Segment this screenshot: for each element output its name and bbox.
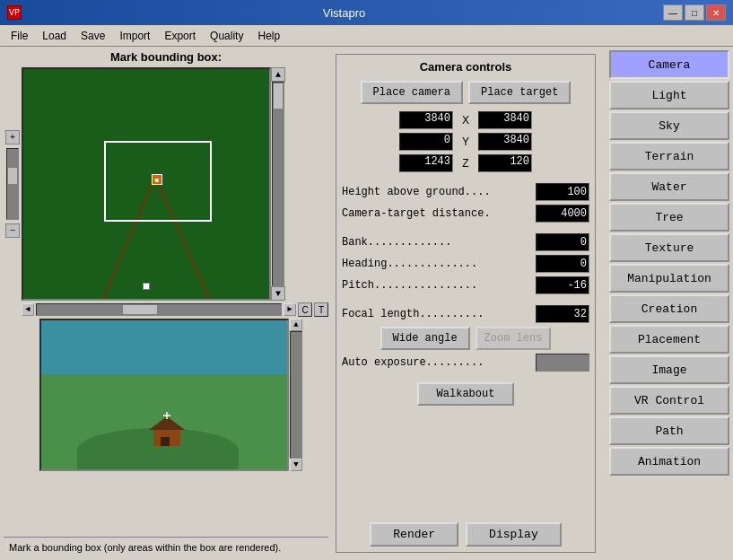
sidebar-item-camera[interactable]: Camera <box>609 50 729 79</box>
minimize-button[interactable]: — <box>663 4 683 21</box>
sidebar-item-placement[interactable]: Placement <box>609 325 729 354</box>
close-button[interactable]: ✕ <box>706 4 726 21</box>
menu-export[interactable]: Export <box>157 28 203 44</box>
menu-save[interactable]: Save <box>74 28 112 44</box>
sidebar-item-light[interactable]: Light <box>609 81 729 109</box>
svg-rect-4 <box>161 437 170 446</box>
sidebar-item-water[interactable]: Water <box>609 172 729 201</box>
z-coord-row: 1243 Z 120 <box>342 154 589 172</box>
target-z-input[interactable]: 120 <box>478 154 532 172</box>
sidebar-item-creation[interactable]: Creation <box>609 294 729 323</box>
bounding-box-label: Mark bounding box: <box>4 50 328 64</box>
render-button[interactable]: Render <box>370 522 458 547</box>
angle-buttons: Wide angle Zoom lens <box>342 327 589 350</box>
place-target-button[interactable]: Place target <box>468 81 571 104</box>
restore-button[interactable]: □ <box>685 4 704 21</box>
camera-controls-panel: Camera controls Place camera Place targe… <box>336 54 596 553</box>
auto-exposure-row: Auto exposure......... <box>342 354 589 372</box>
vertical-scroll-track[interactable] <box>6 148 19 220</box>
camera-x-input[interactable]: 3840 <box>399 111 453 129</box>
separator3 <box>342 298 589 305</box>
top-viewport[interactable]: ■ <box>22 67 271 301</box>
window-controls: — □ ✕ <box>663 4 726 21</box>
sidebar-item-animation[interactable]: Animation <box>609 447 729 476</box>
hscroll-track[interactable] <box>36 303 282 316</box>
place-buttons: Place camera Place target <box>342 81 589 104</box>
walkabout-area: Walkabout <box>342 382 589 406</box>
bank-row: Bank............. 0 <box>342 233 589 251</box>
sidebar-item-terrain[interactable]: Terrain <box>609 142 729 171</box>
scroll-up-button[interactable]: + <box>5 130 20 144</box>
bottom-vscroll-down[interactable]: ▼ <box>290 459 302 471</box>
bottom-viewport[interactable] <box>39 319 289 471</box>
x-label: X <box>458 114 473 127</box>
target-x-input[interactable]: 3840 <box>478 111 532 129</box>
sidebar-item-path[interactable]: Path <box>609 416 729 445</box>
distance-label: Camera-target distance. <box>342 207 536 220</box>
hscroll-right-button[interactable]: ► <box>284 303 296 316</box>
sidebar-item-image[interactable]: Image <box>609 355 729 384</box>
heading-row: Heading.............. 0 <box>342 255 589 273</box>
c-button[interactable]: C <box>298 302 312 317</box>
right-scroll-track[interactable] <box>272 82 284 286</box>
bottom-vscroll-up[interactable]: ▲ <box>290 319 302 331</box>
menu-file[interactable]: File <box>4 28 35 44</box>
bank-value[interactable]: 0 <box>536 233 589 251</box>
place-camera-button[interactable]: Place camera <box>361 81 463 104</box>
title-bar: VP Vistapro — □ ✕ <box>0 0 733 25</box>
bottom-left-spacer <box>4 319 22 471</box>
hscroll-thumb[interactable] <box>122 304 158 315</box>
wide-angle-button[interactable]: Wide angle <box>380 327 470 350</box>
sky-area <box>41 320 287 374</box>
pitch-value[interactable]: -16 <box>536 276 589 294</box>
right-panel: Camera Light Sky Terrain Water Tree Text… <box>607 47 733 560</box>
pitch-row: Pitch................ -16 <box>342 276 589 294</box>
x-coord-row: 3840 X 3840 <box>342 111 589 129</box>
bottom-viewport-wrapper <box>22 319 289 471</box>
panel-title: Camera controls <box>342 60 589 74</box>
camera-marker: ■ <box>152 174 162 185</box>
height-row: Height above ground.... 100 <box>342 183 589 201</box>
sidebar-item-vr-control[interactable]: VR Control <box>609 386 729 415</box>
focal-value[interactable]: 32 <box>536 305 589 323</box>
vertical-scroll-thumb[interactable] <box>7 167 18 185</box>
status-bar: Mark a bounding box (only areas within t… <box>4 537 328 556</box>
menu-bar: File Load Save Import Export Quality Hel… <box>0 25 733 47</box>
hscroll-area: ◄ ► C T <box>22 301 328 319</box>
menu-help[interactable]: Help <box>250 28 287 44</box>
scroll-right-down-button[interactable]: ▼ <box>271 286 285 301</box>
heading-label: Heading.............. <box>342 258 536 270</box>
sidebar-item-texture[interactable]: Texture <box>609 233 729 262</box>
bottom-right-scrollbar: ▲ ▼ <box>289 319 303 471</box>
focal-label: Focal length.......... <box>342 308 536 320</box>
display-button[interactable]: Display <box>466 522 562 547</box>
target-y-input[interactable]: 3840 <box>478 133 532 151</box>
ct-buttons: C T <box>298 302 328 317</box>
scroll-right-up-button[interactable]: ▲ <box>271 67 285 82</box>
t-button[interactable]: T <box>314 302 328 317</box>
bottom-vscroll-track[interactable] <box>290 331 302 459</box>
distance-value[interactable]: 4000 <box>536 205 589 223</box>
height-value[interactable]: 100 <box>536 183 589 201</box>
window-title: Vistapro <box>25 6 663 20</box>
sidebar-item-sky[interactable]: Sky <box>609 111 729 140</box>
heading-value[interactable]: 0 <box>536 255 589 273</box>
height-label: Height above ground.... <box>342 186 536 198</box>
walkabout-button[interactable]: Walkabout <box>417 382 515 406</box>
scroll-down-button[interactable]: − <box>5 223 20 238</box>
hscroll-left-button[interactable]: ◄ <box>22 303 34 316</box>
y-label: Y <box>458 136 473 148</box>
camera-y-input[interactable]: 0 <box>399 133 453 151</box>
bank-label: Bank............. <box>342 236 536 249</box>
center-area: Camera controls Place camera Place targe… <box>332 47 607 560</box>
auto-exposure-label: Auto exposure......... <box>342 356 536 369</box>
menu-import[interactable]: Import <box>112 28 157 44</box>
sidebar-item-manipulation[interactable]: Manipulation <box>609 264 729 293</box>
camera-z-input[interactable]: 1243 <box>399 154 453 172</box>
right-scroll-controls: ▲ ▼ <box>271 67 285 301</box>
right-scroll-thumb[interactable] <box>273 83 284 109</box>
menu-quality[interactable]: Quality <box>203 28 250 44</box>
menu-load[interactable]: Load <box>35 28 74 44</box>
sidebar-item-tree[interactable]: Tree <box>609 203 729 232</box>
main-content: Mark bounding box: + − <box>0 47 733 560</box>
